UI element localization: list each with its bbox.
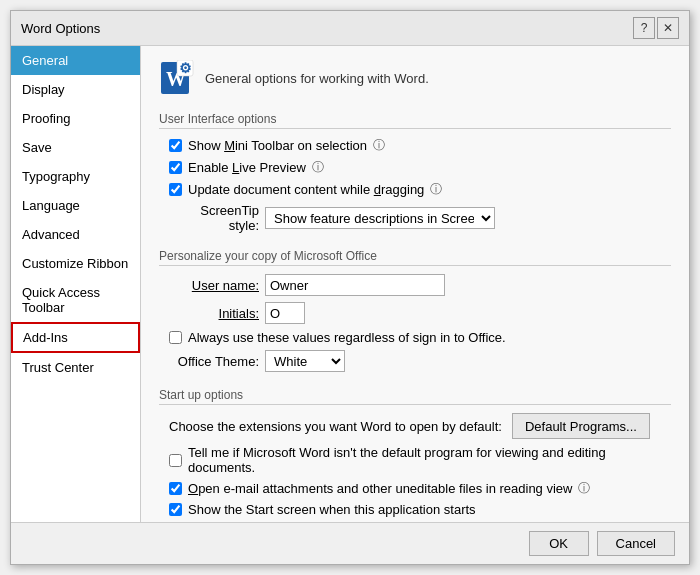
sidebar-item-trust-center[interactable]: Trust Center — [11, 353, 140, 382]
enable-live-preview-info: ⓘ — [312, 159, 324, 176]
update-doc-content-label: Update document content while dragging — [188, 182, 424, 197]
sidebar-item-display[interactable]: Display — [11, 75, 140, 104]
svg-text:⚙: ⚙ — [179, 60, 192, 76]
startup-label: Start up options — [159, 386, 671, 405]
office-theme-row: Office Theme: White Colorful Dark Gray B… — [169, 350, 671, 372]
update-doc-content-checkbox[interactable] — [169, 183, 182, 196]
title-bar-left: Word Options — [21, 21, 100, 36]
always-use-row: Always use these values regardless of si… — [169, 330, 671, 345]
tell-me-label: Tell me if Microsoft Word isn't the defa… — [188, 445, 671, 475]
sidebar-item-add-ins[interactable]: Add-Ins — [11, 322, 140, 353]
personalize-content: User name: Initials: Always use these va… — [159, 274, 671, 372]
choose-extensions-label: Choose the extensions you want Word to o… — [169, 419, 502, 434]
user-interface-content: Show Mini Toolbar on selection ⓘ Enable … — [159, 137, 671, 233]
personalize-label: Personalize your copy of Microsoft Offic… — [159, 247, 671, 266]
initials-input[interactable] — [265, 302, 305, 324]
dialog-title: Word Options — [21, 21, 100, 36]
word-options-icon: W ⚙ — [159, 60, 195, 96]
default-programs-button[interactable]: Default Programs... — [512, 413, 650, 439]
title-buttons: ? ✕ — [633, 17, 679, 39]
section-title: General options for working with Word. — [205, 71, 429, 86]
show-start-screen-label: Show the Start screen when this applicat… — [188, 502, 476, 517]
section-header: W ⚙ General options for working with Wor… — [159, 60, 671, 96]
office-theme-label: Office Theme: — [169, 354, 259, 369]
sidebar-item-typography[interactable]: Typography — [11, 162, 140, 191]
user-interface-label: User Interface options — [159, 110, 671, 129]
screentip-row: ScreenTip style: Show feature descriptio… — [169, 203, 671, 233]
default-programs-row: Choose the extensions you want Word to o… — [169, 413, 671, 439]
help-button[interactable]: ? — [633, 17, 655, 39]
word-options-dialog: Word Options ? ✕ General Display Proofin… — [10, 10, 690, 565]
dialog-body: General Display Proofing Save Typography… — [11, 46, 689, 522]
user-interface-group: User Interface options Show Mini Toolbar… — [159, 110, 671, 233]
show-mini-toolbar-row: Show Mini Toolbar on selection ⓘ — [169, 137, 671, 154]
sidebar-item-advanced[interactable]: Advanced — [11, 220, 140, 249]
cancel-button[interactable]: Cancel — [597, 531, 675, 556]
always-use-label: Always use these values regardless of si… — [188, 330, 506, 345]
sidebar-item-customize-ribbon[interactable]: Customize Ribbon — [11, 249, 140, 278]
enable-live-preview-row: Enable Live Preview ⓘ — [169, 159, 671, 176]
dialog-footer: OK Cancel — [11, 522, 689, 564]
enable-live-preview-checkbox[interactable] — [169, 161, 182, 174]
always-use-checkbox[interactable] — [169, 331, 182, 344]
startup-group: Start up options Choose the extensions y… — [159, 386, 671, 517]
update-doc-info: ⓘ — [430, 181, 442, 198]
initials-label: Initials: — [169, 306, 259, 321]
open-email-checkbox[interactable] — [169, 482, 182, 495]
sidebar: General Display Proofing Save Typography… — [11, 46, 141, 522]
username-row: User name: — [169, 274, 671, 296]
enable-live-preview-label: Enable Live Preview — [188, 160, 306, 175]
startup-content: Choose the extensions you want Word to o… — [159, 413, 671, 517]
screentip-label: ScreenTip style: — [169, 203, 259, 233]
personalize-group: Personalize your copy of Microsoft Offic… — [159, 247, 671, 372]
show-mini-toolbar-checkbox[interactable] — [169, 139, 182, 152]
show-mini-toolbar-label: Show Mini Toolbar on selection — [188, 138, 367, 153]
show-mini-toolbar-info: ⓘ — [373, 137, 385, 154]
open-email-info: ⓘ — [578, 480, 590, 497]
show-start-screen-row: Show the Start screen when this applicat… — [169, 502, 671, 517]
screentip-dropdown[interactable]: Show feature descriptions in ScreenTips … — [265, 207, 495, 229]
close-button[interactable]: ✕ — [657, 17, 679, 39]
open-email-row: Open e-mail attachments and other unedit… — [169, 480, 671, 497]
sidebar-item-language[interactable]: Language — [11, 191, 140, 220]
title-bar: Word Options ? ✕ — [11, 11, 689, 46]
username-input[interactable] — [265, 274, 445, 296]
sidebar-item-quick-access[interactable]: Quick Access Toolbar — [11, 278, 140, 322]
main-content: W ⚙ General options for working with Wor… — [141, 46, 689, 522]
office-theme-dropdown[interactable]: White Colorful Dark Gray Black — [265, 350, 345, 372]
initials-row: Initials: — [169, 302, 671, 324]
tell-me-checkbox[interactable] — [169, 454, 182, 467]
update-doc-content-row: Update document content while dragging ⓘ — [169, 181, 671, 198]
sidebar-item-save[interactable]: Save — [11, 133, 140, 162]
sidebar-item-general[interactable]: General — [11, 46, 140, 75]
sidebar-item-proofing[interactable]: Proofing — [11, 104, 140, 133]
show-start-screen-checkbox[interactable] — [169, 503, 182, 516]
username-label: User name: — [169, 278, 259, 293]
ok-button[interactable]: OK — [529, 531, 589, 556]
open-email-label: Open e-mail attachments and other unedit… — [188, 481, 572, 496]
tell-me-row: Tell me if Microsoft Word isn't the defa… — [169, 445, 671, 475]
